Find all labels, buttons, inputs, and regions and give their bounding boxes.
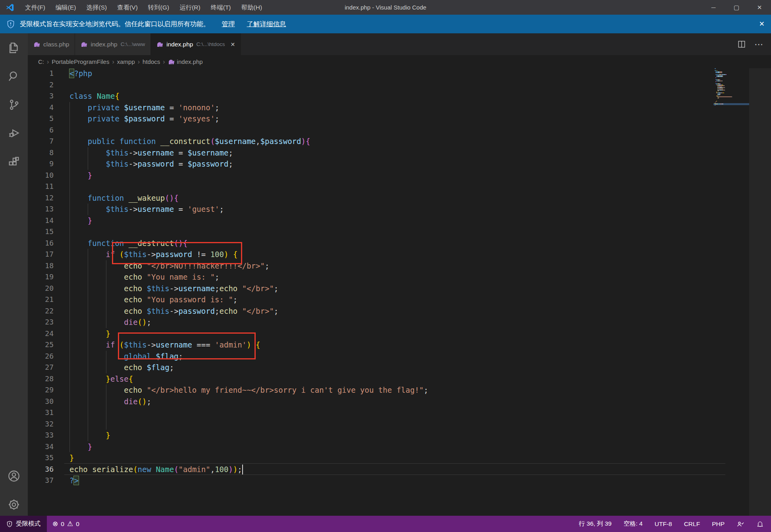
code-line-4: 4 private $username = 'nonono'; [28, 102, 723, 113]
banner-learn-more-link[interactable]: 了解详细信息 [247, 20, 286, 29]
maximize-button[interactable]: ▢ [725, 0, 748, 15]
breadcrumb-separator: › [112, 58, 114, 65]
line-number: 9 [28, 158, 54, 170]
code-line-1: 1<?php [28, 68, 723, 79]
shield-icon [6, 19, 15, 29]
breadcrumb-item-0[interactable]: C: [38, 58, 44, 65]
line-number: 2 [28, 79, 54, 91]
settings-gear-icon[interactable] [0, 490, 28, 519]
breadcrumb-separator: › [163, 58, 165, 65]
search-icon[interactable] [0, 62, 28, 90]
line-text: $this->password = $password; [69, 158, 233, 170]
code-line-11: 11 [28, 181, 723, 192]
code-line-5: 5 private $password = 'yesyes'; [28, 113, 723, 125]
tab-label: index.php [91, 41, 117, 48]
tab-close-icon[interactable]: ✕ [231, 41, 235, 48]
line-text: $this->username = $username; [69, 147, 233, 159]
code-line-15: 15 [28, 226, 723, 238]
split-editor-icon[interactable] [738, 40, 746, 48]
line-number: 8 [28, 147, 54, 159]
close-button[interactable]: ✕ [748, 0, 771, 15]
breadcrumb-item-2[interactable]: xampp [117, 58, 135, 65]
account-icon[interactable] [0, 462, 28, 490]
line-text: private $password = 'yesyes'; [69, 113, 220, 125]
menu-item-5[interactable]: 运行(R) [174, 0, 206, 15]
menu-item-2[interactable]: 选择(S) [81, 0, 112, 15]
line-text: ?> [69, 475, 79, 486]
menu-item-1[interactable]: 编辑(E) [50, 0, 81, 15]
line-text: echo "</br>hello my friend~~</br>sorry i… [69, 384, 428, 396]
code-line-34: 34 } [28, 441, 723, 453]
bracket-match-highlight: > [74, 476, 78, 485]
minimap[interactable] [713, 68, 749, 187]
line-number: 29 [28, 384, 54, 396]
tab-index-php-2[interactable]: index.phpC:\...\htdocs✕ [151, 33, 241, 55]
code-line-8: 8 $this->username = $username; [28, 147, 723, 159]
line-text: <?php [69, 68, 92, 79]
eol-status[interactable]: CRLF [684, 520, 700, 528]
scrollbar[interactable] [749, 68, 771, 516]
explorer-icon[interactable] [0, 33, 28, 62]
line-number: 21 [28, 294, 54, 305]
line-number: 37 [28, 475, 54, 486]
errors-icon: ⊗ [52, 520, 58, 528]
cursor-position-status[interactable]: 行 36, 列 39 [579, 520, 612, 528]
code-line-29: 29 echo "</br>hello my friend~~</br>sorr… [28, 384, 723, 396]
source-control-icon[interactable] [0, 90, 28, 119]
line-text: } [69, 328, 110, 340]
menu-item-7[interactable]: 帮助(H) [236, 0, 268, 15]
banner-manage-link[interactable]: 管理 [222, 20, 235, 29]
activity-bar [0, 33, 28, 516]
code-line-2: 2 [28, 79, 723, 91]
line-text: $this->username = 'guest'; [69, 204, 224, 215]
line-number: 3 [28, 90, 54, 102]
menu-bar: 文件(F)编辑(E)选择(S)查看(V)转到(G)运行(R)终端(T)帮助(H) [20, 0, 267, 15]
menu-item-3[interactable]: 查看(V) [112, 0, 143, 15]
run-debug-icon[interactable] [0, 119, 28, 148]
banner-close-icon[interactable]: ✕ [759, 20, 765, 28]
code-line-22: 22 echo $this->password;echo "</br>"; [28, 305, 723, 317]
line-number: 32 [28, 419, 54, 430]
more-actions-icon[interactable]: ⋯ [754, 39, 763, 50]
code-line-35: 35} [28, 452, 723, 464]
breadcrumb-item-3[interactable]: htdocs [143, 58, 160, 65]
status-bar: 受限模式 ⊗ 0 ⚠ 0 行 36, 列 39 空格: 4 UTF-8 CRLF… [0, 516, 771, 532]
status-bar-right: 行 36, 列 39 空格: 4 UTF-8 CRLF PHP [579, 520, 771, 528]
line-number: 31 [28, 407, 54, 419]
line-text: } [69, 170, 92, 181]
menu-item-0[interactable]: 文件(F) [20, 0, 50, 15]
problems-status[interactable]: ⊗ 0 ⚠ 0 [47, 520, 85, 528]
line-number: 1 [28, 68, 54, 79]
menu-item-4[interactable]: 转到(G) [143, 0, 174, 15]
menu-item-6[interactable]: 终端(T) [206, 0, 236, 15]
breadcrumb-item-4[interactable]: index.php [177, 58, 203, 65]
feedback-icon[interactable] [736, 520, 744, 528]
bracket-match-highlight: < [69, 69, 74, 78]
indentation-status[interactable]: 空格: 4 [623, 520, 642, 528]
tab-label: index.php [166, 41, 193, 48]
extensions-icon[interactable] [0, 148, 28, 176]
warnings-icon: ⚠ [67, 520, 73, 528]
tab-description: C:\...\www [121, 41, 145, 47]
encoding-status[interactable]: UTF-8 [655, 520, 672, 528]
tab-index-php-1[interactable]: index.phpC:\...\www [75, 33, 151, 55]
code-line-23: 23 die(); [28, 317, 723, 328]
breadcrumb-item-1[interactable]: PortableProgramFiles [52, 58, 109, 65]
red-annotation-box-2 [118, 332, 256, 359]
line-number: 24 [28, 328, 54, 340]
line-number: 11 [28, 181, 54, 192]
line-text: die(); [69, 396, 151, 407]
line-text: public function __construct($username,$p… [69, 136, 310, 147]
tab-class-php-0[interactable]: class.php [28, 33, 75, 55]
notifications-bell-icon[interactable] [756, 520, 764, 528]
code-editor[interactable]: 1<?php23class Name{4 private $username =… [28, 68, 771, 516]
line-text: }else{ [69, 373, 133, 385]
restricted-mode-status[interactable]: 受限模式 [0, 516, 47, 532]
vscode-logo-icon [6, 3, 14, 12]
line-number: 28 [28, 373, 54, 385]
line-text: } [69, 452, 74, 464]
minimize-button[interactable]: ─ [702, 0, 725, 15]
language-mode-status[interactable]: PHP [712, 520, 725, 528]
line-number: 10 [28, 170, 54, 181]
line-number: 19 [28, 271, 54, 283]
